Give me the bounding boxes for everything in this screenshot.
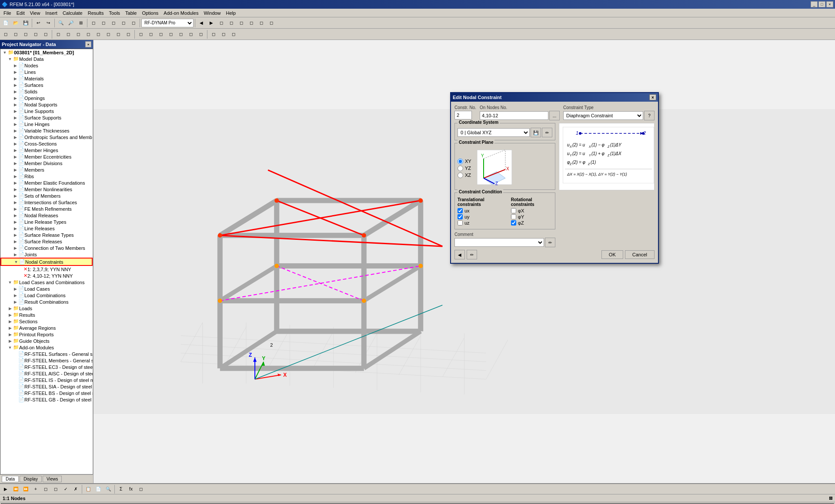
expand-fe-mesh[interactable]: ▶ bbox=[13, 206, 18, 212]
tb2-b3[interactable]: ◻ bbox=[21, 30, 30, 39]
tree-surface-release-types[interactable]: ▶ 📄 Surface Release Types bbox=[0, 232, 93, 238]
expand-orthotropic[interactable]: ▶ bbox=[13, 135, 18, 140]
title-bar-buttons[interactable]: _ □ × bbox=[811, 1, 833, 7]
expand-guide-objects[interactable]: ▶ bbox=[7, 338, 13, 344]
tree-nodal-releases[interactable]: ▶ 📄 Nodal Releases bbox=[0, 212, 93, 219]
tree-line-supports[interactable]: ▶ 📄 Line Supports bbox=[0, 108, 93, 114]
tb2-b5[interactable]: ◻ bbox=[41, 30, 50, 39]
menu-help[interactable]: Help bbox=[224, 10, 239, 17]
menu-results[interactable]: Results bbox=[85, 10, 107, 17]
on-nodes-browse-button[interactable]: ... bbox=[549, 111, 560, 120]
expand-rfsteel-aisc[interactable] bbox=[13, 371, 18, 376]
expand-nodes[interactable]: ▶ bbox=[13, 63, 18, 68]
tree-nodes[interactable]: ▶ 📄 Nodes bbox=[0, 62, 93, 69]
expand-member-divisions[interactable]: ▶ bbox=[13, 161, 18, 166]
uy-checkbox[interactable] bbox=[458, 214, 463, 219]
expand-rfsteel-members[interactable] bbox=[13, 358, 18, 363]
expand-loads[interactable]: ▶ bbox=[7, 306, 13, 311]
expand-member-eccentricities[interactable]: ▶ bbox=[13, 154, 18, 159]
dialog-next-button[interactable]: ✏ bbox=[467, 250, 477, 259]
expand-model-data[interactable]: ▼ bbox=[7, 56, 13, 62]
tb2-b8[interactable]: ◻ bbox=[73, 30, 83, 39]
tb-new[interactable]: 📄 bbox=[1, 18, 10, 28]
tree-loads[interactable]: ▶ 📁 Loads bbox=[0, 305, 93, 312]
tree-openings[interactable]: ▶ 📄 Openings bbox=[0, 95, 93, 101]
tb2-b7[interactable]: ◻ bbox=[63, 30, 73, 39]
expand-rfsteel-ec3[interactable] bbox=[13, 365, 18, 370]
tree-rfsteel-bs[interactable]: 📄 RF-STEEL BS - Design of steel men... bbox=[0, 390, 93, 396]
menu-options[interactable]: Options bbox=[139, 10, 161, 17]
tb-b6[interactable]: ◻ bbox=[217, 18, 226, 28]
expand-results[interactable]: ▶ bbox=[7, 312, 13, 318]
tb2-b6[interactable]: ◻ bbox=[53, 30, 63, 39]
tb-arrow-l[interactable]: ◀ bbox=[197, 18, 206, 28]
tree-orthotropic[interactable]: ▶ 📄 Orthotropic Surfaces and Memb... bbox=[0, 134, 93, 140]
uz-checkbox[interactable] bbox=[458, 220, 463, 225]
tree-sections[interactable]: ▶ 📁 Sections bbox=[0, 318, 93, 325]
expand-line-release-types[interactable]: ▶ bbox=[13, 219, 18, 225]
tree-member-divisions[interactable]: ▶ 📄 Member Divisions bbox=[0, 160, 93, 166]
tb-undo[interactable]: ↩ bbox=[33, 18, 43, 28]
tree-fe-mesh-refinements[interactable]: ▶ 📄 FE Mesh Refinements bbox=[0, 206, 93, 212]
tree-model-data[interactable]: ▼ 📁 Model Data bbox=[0, 56, 93, 62]
tb2-b17[interactable]: ◻ bbox=[166, 30, 176, 39]
expand-rfsteel-gb[interactable] bbox=[13, 397, 18, 402]
expand-nc-1[interactable] bbox=[18, 267, 23, 272]
expand-cross-sections[interactable]: ▶ bbox=[13, 141, 18, 146]
tb3-b11[interactable]: 🔍 bbox=[104, 484, 113, 494]
tb-b4[interactable]: ◻ bbox=[119, 18, 128, 28]
tree-nodal-constraint-1[interactable]: ✕ 1: 2,3,7,9; YYN NNY bbox=[0, 266, 93, 272]
tree-line-release-types[interactable]: ▶ 📄 Line Release Types bbox=[0, 219, 93, 225]
tree-printout-reports[interactable]: ▶ 📁 Printout Reports bbox=[0, 331, 93, 338]
tree-root[interactable]: ▼ 📁 003801* [01_Members_2D] bbox=[0, 49, 93, 56]
nav-tab-data[interactable]: Data bbox=[2, 476, 19, 482]
tree-solids[interactable]: ▶ 📄 Solids bbox=[0, 88, 93, 95]
tb2-b22[interactable]: ◻ bbox=[219, 30, 228, 39]
tb-open[interactable]: 📂 bbox=[11, 18, 20, 28]
menu-edit[interactable]: Edit bbox=[14, 10, 27, 17]
expand-connection-two-members[interactable]: ▶ bbox=[13, 245, 18, 251]
dialog-ok-button[interactable]: OK bbox=[601, 250, 623, 259]
expand-nc-2[interactable] bbox=[18, 273, 23, 279]
expand-surface-supports[interactable]: ▶ bbox=[13, 115, 18, 120]
tree-rfsteel-members[interactable]: 📄 RF-STEEL Members - General stres... bbox=[0, 357, 93, 364]
tb3-b2[interactable]: ⏪ bbox=[11, 484, 20, 494]
viewport[interactable]: X Y Z 2 Edit Nodal Constraint × bbox=[94, 40, 835, 483]
comment-select[interactable] bbox=[454, 238, 544, 247]
tb2-b1[interactable]: ◻ bbox=[1, 30, 10, 39]
addon-dropdown[interactable]: RF-DYNAM Pro bbox=[141, 19, 194, 27]
tree-load-combinations[interactable]: ▶ 📄 Load Combinations bbox=[0, 292, 93, 298]
phix-checkbox[interactable] bbox=[511, 208, 516, 213]
phiy-checkbox[interactable] bbox=[511, 214, 516, 219]
tree-cross-sections[interactable]: ▶ 📄 Cross-Sections bbox=[0, 140, 93, 147]
tb2-b19[interactable]: ◻ bbox=[186, 30, 196, 39]
tree-average-regions[interactable]: ▶ 📁 Average Regions bbox=[0, 325, 93, 331]
expand-nodal-releases[interactable]: ▶ bbox=[13, 213, 18, 218]
tb2-b2[interactable]: ◻ bbox=[11, 30, 20, 39]
tb2-b4[interactable]: ◻ bbox=[31, 30, 40, 39]
nav-tab-views[interactable]: Views bbox=[43, 476, 62, 482]
tb-b10[interactable]: ◻ bbox=[257, 18, 266, 28]
tb2-b16[interactable]: ◻ bbox=[156, 30, 166, 39]
tree-surface-releases[interactable]: ▶ 📄 Surface Releases bbox=[0, 238, 93, 245]
tree-expand-root[interactable]: ▼ bbox=[2, 50, 7, 55]
tree-line-releases[interactable]: ▶ 📄 Line Releases bbox=[0, 225, 93, 232]
expand-openings[interactable]: ▶ bbox=[13, 96, 18, 101]
tree-members[interactable]: ▶ 📄 Members bbox=[0, 166, 93, 173]
tb3-b6[interactable]: ◻ bbox=[51, 484, 60, 494]
menu-file[interactable]: File bbox=[1, 10, 14, 17]
tb-arrow-r[interactable]: ▶ bbox=[207, 18, 216, 28]
tree-load-cases[interactable]: ▶ 📄 Load Cases bbox=[0, 285, 93, 292]
expand-members[interactable]: ▶ bbox=[13, 167, 18, 172]
tb2-b23[interactable]: ◻ bbox=[229, 30, 238, 39]
menu-view[interactable]: View bbox=[27, 10, 43, 17]
plane-yz-radio[interactable] bbox=[458, 166, 463, 171]
expand-surface-releases[interactable]: ▶ bbox=[13, 239, 18, 244]
tree-surfaces[interactable]: ▶ 📄 Surfaces bbox=[0, 82, 93, 88]
expand-surfaces[interactable]: ▶ bbox=[13, 83, 18, 88]
close-button[interactable]: × bbox=[826, 1, 833, 7]
plane-xz-radio[interactable] bbox=[458, 172, 463, 178]
expand-load-combinations[interactable]: ▶ bbox=[13, 293, 18, 298]
tree-addon-modules[interactable]: ▼ 📁 Add-on Modules bbox=[0, 344, 93, 351]
tb3-b14[interactable]: ◻ bbox=[136, 484, 146, 494]
